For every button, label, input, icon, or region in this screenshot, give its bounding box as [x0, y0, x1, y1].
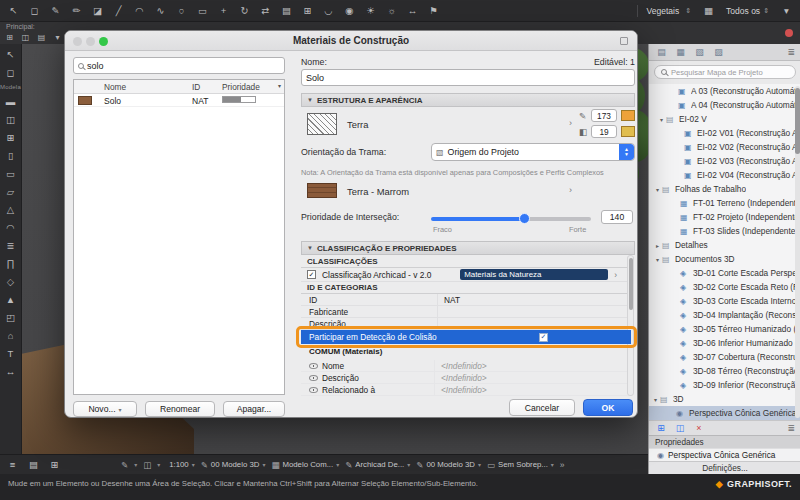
text-tool-icon[interactable]: T: [2, 345, 20, 362]
material-row[interactable]: Solo NAT: [74, 94, 284, 107]
fill-name[interactable]: Terra: [347, 119, 368, 130]
stair-tool-icon[interactable]: ≣: [2, 237, 20, 254]
mesh-tool-icon[interactable]: ▲: [2, 291, 20, 308]
collision-detection-row[interactable]: Participar em Detecção de Colisão ✓: [301, 330, 631, 344]
classification-chevron-icon[interactable]: ›: [614, 270, 617, 280]
brush-icon[interactable]: ✏: [68, 3, 85, 19]
cut-pen-color-chip[interactable]: [621, 110, 635, 121]
sun-icon[interactable]: ☀: [362, 3, 379, 19]
expander-icon[interactable]: ▾: [653, 256, 662, 263]
orientation-dropdown[interactable]: ▧ Origem do Projeto ▲▼: [431, 143, 635, 161]
navigator-search-input[interactable]: Pesquisar Mapa de Projeto: [654, 65, 796, 79]
cancel-button[interactable]: Cancelar: [509, 399, 575, 416]
tree-item[interactable]: ▣ A 03 (Reconstrução Automática d: [649, 84, 800, 98]
tree-item[interactable]: ▣ EI-02 V01 (Reconstrução Autom: [649, 126, 800, 140]
mirror-icon[interactable]: ⇄: [257, 3, 274, 19]
railing-tool-icon[interactable]: ∏: [2, 255, 20, 272]
tree-item[interactable]: ◈ 3D-07 Cobertura (Reconstrução Aut: [649, 350, 800, 364]
dialog-expand-icon[interactable]: [620, 37, 628, 45]
column-prioridade[interactable]: Prioridade: [222, 82, 260, 92]
snap-icon[interactable]: ◡: [320, 3, 337, 19]
properties-grid-icon[interactable]: ⊞: [655, 422, 667, 434]
circle-tool-icon[interactable]: ○: [173, 3, 190, 19]
navigator-scrollbar[interactable]: [795, 86, 800, 418]
todos-os-dropdown[interactable]: Todos os ⇕: [726, 6, 769, 16]
rect-tool-icon[interactable]: ▭: [194, 3, 211, 19]
property-row[interactable]: Nome <Indefinido>: [301, 360, 631, 372]
separator-pen-color-chip[interactable]: [621, 126, 635, 137]
column-id[interactable]: ID: [192, 82, 200, 92]
classification-checkbox[interactable]: ✓: [307, 270, 316, 279]
list-mode-icon[interactable]: ≣: [787, 423, 795, 433]
structure-section-header[interactable]: ▼ ESTRUTURA E APARÊNCIA: [301, 93, 635, 107]
project-map-icon[interactable]: ▤: [655, 46, 668, 59]
tree-item[interactable]: ◈ 3D-09 Inferior (Reconstrução Auto: [649, 378, 800, 392]
tree-item[interactable]: ▾ ▤ Documentos 3D: [649, 252, 800, 266]
name-input[interactable]: Solo: [301, 69, 635, 86]
tree-item[interactable]: ▸ ▤ Detalhes: [649, 238, 800, 252]
camera-icon[interactable]: ◉: [341, 3, 358, 19]
arc-tool-icon[interactable]: ◠: [131, 3, 148, 19]
tree-item[interactable]: ◈ 3D-02 Corte Escada Reto (Reconstr: [649, 280, 800, 294]
line-tool-icon[interactable]: ╱: [110, 3, 127, 19]
tree-item[interactable]: ▣ EI-02 V02 (Reconstrução Autom: [649, 140, 800, 154]
classification-section-header[interactable]: ▼ CLASSIFICAÇÃO E PROPRIEDADES: [301, 241, 635, 255]
marquee-tool-icon[interactable]: ◻: [2, 64, 20, 81]
grid-toggle-icon[interactable]: ⊞: [46, 457, 63, 473]
slab-tool-icon[interactable]: ▱: [2, 183, 20, 200]
dialog-titlebar[interactable]: Materiais de Construção: [65, 31, 637, 51]
classification-value[interactable]: Materiais da Natureza: [460, 269, 608, 280]
tree-item[interactable]: ◈ 3D-05 Térreo Humanizado (Recons: [649, 322, 800, 336]
tree-item[interactable]: ▦ FT-02 Projeto (Independente): [649, 210, 800, 224]
tree-item[interactable]: ◈ 3D-03 Corte Escada Interno (Recon: [649, 294, 800, 308]
layer-combination-dropdown[interactable]: ✎ 00 Modelo 3D ▾: [416, 460, 481, 470]
record-icon[interactable]: [785, 29, 793, 37]
tree-item[interactable]: ◉ Perspectiva Cônica Genérica: [649, 406, 800, 420]
property-row[interactable]: Descrição <Indefinido>: [301, 372, 631, 384]
delete-view-icon[interactable]: ×: [693, 422, 705, 434]
properties-scrollbar[interactable]: [627, 255, 634, 396]
collision-checkbox[interactable]: ✓: [539, 333, 548, 342]
tree-item[interactable]: ◈ 3D-04 Implantação (Reconstrução A: [649, 308, 800, 322]
expander-icon[interactable]: ▾: [651, 396, 660, 403]
shell-tool-icon[interactable]: ◠: [2, 219, 20, 236]
window-list-icon[interactable]: ▤: [35, 31, 48, 43]
render-icon[interactable]: ☼: [383, 3, 400, 19]
expander-icon[interactable]: ▾: [657, 116, 666, 123]
properties-panel-header[interactable]: Propriedades: [649, 435, 800, 448]
tree-item[interactable]: ◈ 3D-06 Inferior Humanizado (Recons: [649, 336, 800, 350]
tree-item[interactable]: ▾ ▤ Folhas de Trabalho: [649, 182, 800, 196]
current-view-row[interactable]: ◉ Perspectiva Cônica Genérica: [649, 448, 800, 461]
ok-button[interactable]: OK: [583, 399, 633, 416]
id-category-row[interactable]: ID NAT: [301, 294, 631, 306]
window-chevron-icon[interactable]: ▾: [51, 31, 64, 43]
panes-icon[interactable]: ▤: [25, 457, 42, 473]
tree-item[interactable]: ▣ EI-02 V04 (Reconstrução Autom: [649, 168, 800, 182]
select-arrow-icon[interactable]: ↖: [5, 3, 22, 19]
publisher-sets-icon[interactable]: ▨: [712, 46, 725, 59]
delete-button[interactable]: Apagar...: [223, 401, 285, 417]
surface-swatch[interactable]: [307, 183, 337, 198]
morph-tool-icon[interactable]: ◇: [2, 273, 20, 290]
id-category-row[interactable]: Fabricante: [301, 306, 631, 318]
fill-chevron-icon[interactable]: ›: [569, 118, 572, 128]
partial-structure-dropdown[interactable]: ◫ ▾: [143, 460, 160, 470]
eraser-icon[interactable]: ◪: [89, 3, 106, 19]
cut-pen-value[interactable]: 173: [591, 109, 617, 122]
overflow-button[interactable]: »: [560, 460, 571, 470]
roof-tool-icon[interactable]: △: [2, 201, 20, 218]
layout-book-icon[interactable]: ▧: [693, 46, 706, 59]
door-tool-icon[interactable]: ◫: [2, 111, 20, 128]
view-map-icon[interactable]: ▦: [674, 46, 687, 59]
expander-icon[interactable]: ▾: [653, 186, 662, 193]
model-view-options-dropdown[interactable]: ▦ Modelo Com... ▾: [271, 460, 339, 470]
dimension-tool-icon[interactable]: ↔: [2, 363, 20, 380]
tree-item[interactable]: ◈ 3D-01 Corte Escada Perspectivado (R: [649, 266, 800, 280]
expander-icon[interactable]: ▸: [653, 242, 662, 249]
id-category-row[interactable]: Descrição: [301, 318, 631, 330]
separator-pen-value[interactable]: 19: [591, 125, 617, 138]
object-tool-icon[interactable]: ⌂: [2, 327, 20, 344]
column-tool-icon[interactable]: ▯: [2, 147, 20, 164]
arrow-tool-icon[interactable]: ↖: [2, 46, 20, 63]
rotate-icon[interactable]: ↻: [236, 3, 253, 19]
